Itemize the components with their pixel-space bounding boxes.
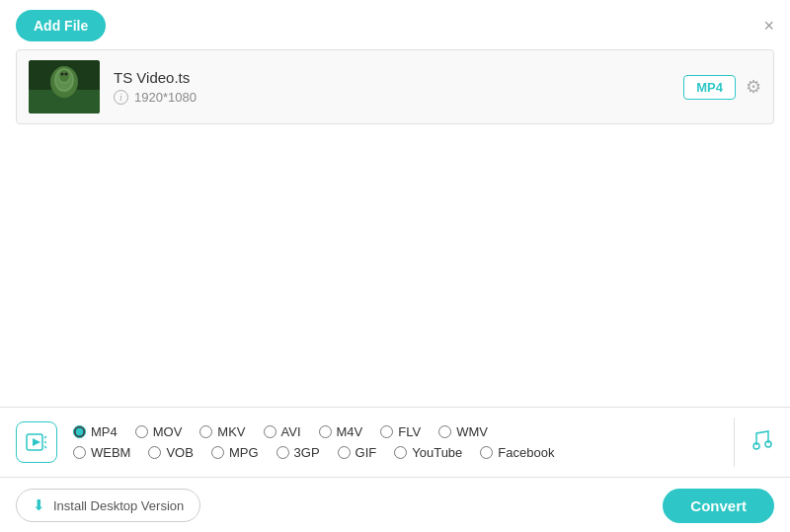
format-option-mpg[interactable]: MPG [211, 445, 259, 460]
format-options: MP4 MOV MKV AVI M4V FLV [73, 424, 722, 460]
format-row-1: MP4 MOV MKV AVI M4V FLV [73, 424, 722, 439]
video-format-icon[interactable] [16, 421, 57, 463]
format-label-facebook: Facebook [498, 445, 554, 460]
format-option-avi[interactable]: AVI [264, 424, 301, 439]
format-option-youtube[interactable]: YouTube [394, 445, 462, 460]
info-icon: i [114, 90, 128, 105]
file-info: TS Video.ts i 1920*1080 [100, 69, 683, 105]
format-label-gif: GIF [356, 445, 377, 460]
action-bar: ⬇ Install Desktop Version Convert [0, 479, 790, 532]
format-option-flv[interactable]: FLV [380, 424, 421, 439]
format-label-mp4: MP4 [91, 424, 118, 439]
format-bar: MP4 MOV MKV AVI M4V FLV [0, 407, 790, 478]
svg-point-8 [65, 73, 68, 76]
close-button[interactable]: × [763, 17, 774, 35]
audio-format-icon[interactable] [747, 425, 774, 459]
format-option-mkv[interactable]: MKV [199, 424, 245, 439]
top-bar: Add File × [0, 0, 790, 49]
format-label-wmv: WMV [456, 424, 488, 439]
add-file-button[interactable]: Add File [16, 10, 106, 41]
svg-point-6 [59, 70, 69, 82]
format-option-webm[interactable]: WEBM [73, 445, 130, 460]
file-meta: i 1920*1080 [114, 90, 683, 105]
file-thumbnail [29, 60, 100, 114]
format-label-mov: MOV [153, 424, 183, 439]
format-option-m4v[interactable]: M4V [319, 424, 363, 439]
format-label-flv: FLV [398, 424, 421, 439]
format-option-wmv[interactable]: WMV [438, 424, 488, 439]
svg-point-7 [61, 73, 64, 76]
settings-icon[interactable]: ⚙ [746, 76, 761, 98]
svg-line-11 [44, 436, 46, 438]
format-badge[interactable]: MP4 [683, 75, 736, 100]
file-item: TS Video.ts i 1920*1080 MP4 ⚙ [17, 50, 773, 123]
svg-line-12 [44, 446, 46, 448]
format-option-3gp[interactable]: 3GP [276, 445, 320, 460]
format-label-mkv: MKV [217, 424, 245, 439]
format-option-mp4[interactable]: MP4 [73, 424, 118, 439]
file-actions: MP4 ⚙ [683, 75, 761, 100]
format-label-avi: AVI [281, 424, 301, 439]
install-desktop-button[interactable]: ⬇ Install Desktop Version [16, 489, 200, 522]
format-label-youtube: YouTube [412, 445, 462, 460]
format-label-3gp: 3GP [294, 445, 320, 460]
format-label-m4v: M4V [337, 424, 363, 439]
format-label-webm: WEBM [91, 445, 130, 460]
format-option-facebook[interactable]: Facebook [480, 445, 554, 460]
format-option-gif[interactable]: GIF [338, 445, 377, 460]
format-row-2: WEBM VOB MPG 3GP GIF YouTube [73, 445, 722, 460]
install-label: Install Desktop Version [53, 498, 184, 513]
svg-marker-10 [33, 438, 40, 446]
download-icon: ⬇ [33, 496, 45, 514]
format-label-mpg: MPG [229, 445, 259, 460]
content-area [0, 124, 790, 401]
file-list: TS Video.ts i 1920*1080 MP4 ⚙ [16, 49, 774, 124]
file-resolution: 1920*1080 [134, 90, 197, 105]
file-name: TS Video.ts [114, 69, 683, 86]
format-divider [734, 418, 735, 467]
format-option-vob[interactable]: VOB [148, 445, 193, 460]
convert-button[interactable]: Convert [663, 489, 774, 523]
format-option-mov[interactable]: MOV [135, 424, 183, 439]
format-label-vob: VOB [166, 445, 193, 460]
